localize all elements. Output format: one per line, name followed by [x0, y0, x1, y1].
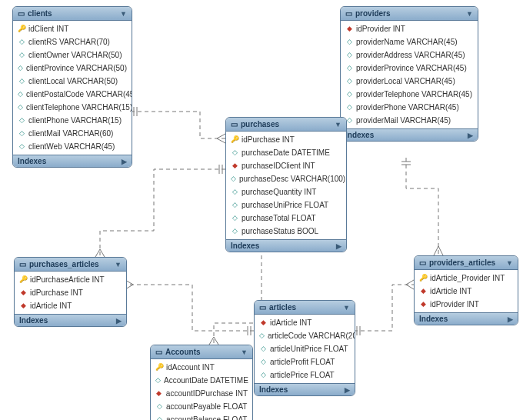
expand-icon[interactable]: ▶ — [345, 386, 350, 394]
entity-clients[interactable]: ▭clients ▼ 🔑idClient INT◇clientRS VARCHA… — [12, 6, 132, 168]
column-label: providerName VARCHAR(45) — [356, 37, 458, 47]
column-label: idPurchase INT — [242, 135, 295, 145]
entity-footer[interactable]: Indexes ▶ — [13, 155, 132, 167]
column-label: clientWeb VARCHAR(45) — [28, 142, 115, 152]
column-row: ◆idProvider INT — [341, 22, 478, 35]
column-row: ◇clientWeb VARCHAR(45) — [13, 140, 132, 153]
column-row: ◇providerName VARCHAR(45) — [341, 35, 478, 48]
column-label: providerAddress VARCHAR(45) — [356, 50, 465, 60]
collapse-icon[interactable]: ▼ — [115, 261, 122, 268]
column-row: 🔑idClient INT — [13, 22, 132, 35]
column-row: ◇purchaseQuantity INT — [226, 185, 346, 198]
column-label: articleCode VARCHAR(20) — [268, 331, 355, 341]
column-row: 🔑idArticle_Provider INT — [415, 272, 518, 285]
entity-purchases[interactable]: ▭purchases ▼ 🔑idPurchase INT◇purchaseDat… — [225, 117, 347, 252]
fk-diamond-icon: ◆ — [231, 161, 238, 171]
column-row: ◆idArticle INT — [255, 316, 355, 329]
column-row: ◇providerAddress VARCHAR(45) — [341, 48, 478, 62]
entity-columns: ◆idArticle INT◇articleCode VARCHAR(20)◇a… — [255, 315, 355, 383]
column-label: purchaseDate DATETIME — [242, 148, 330, 158]
column-diamond-icon: ◇ — [18, 89, 23, 99]
entity-footer[interactable]: Indexes ▶ — [341, 128, 478, 141]
column-row: ◇articleProfit FLOAT — [255, 355, 355, 368]
entity-providers-articles[interactable]: ▭providers_articles ▼ 🔑idArticle_Provide… — [414, 255, 518, 325]
column-row: ◇articlePrice FLOAT — [255, 368, 355, 382]
column-diamond-icon: ◇ — [18, 50, 25, 60]
expand-icon[interactable]: ▶ — [508, 315, 513, 323]
column-label: clientLocal VARCHAR(50) — [28, 76, 118, 86]
column-row: ◇clientRS VARCHAR(70) — [13, 35, 132, 48]
column-label: idArticle INT — [430, 286, 471, 296]
expand-icon[interactable]: ▶ — [468, 132, 473, 139]
column-label: idPurchaseArticle INT — [30, 275, 105, 285]
entity-title: providers_articles — [429, 258, 495, 267]
entity-footer[interactable]: Indexes ▶ — [255, 383, 355, 395]
column-label: purchaseDesc VARCHAR(100) — [239, 174, 345, 184]
entity-title: purchases_articles — [29, 260, 99, 268]
fk-diamond-icon: ◆ — [19, 288, 27, 298]
collapse-icon[interactable]: ▼ — [241, 348, 248, 356]
column-label: idAccount INT — [166, 362, 215, 372]
entity-articles[interactable]: ▭articles ▼ ◆idArticle INT◇articleCode V… — [254, 300, 355, 396]
collapse-icon[interactable]: ▼ — [343, 304, 350, 312]
key-icon: 🔑 — [231, 135, 238, 145]
entity-providers[interactable]: ▭providers ▼ ◆idProvider INT◇providerNam… — [340, 6, 478, 142]
collapse-icon[interactable]: ▼ — [466, 10, 473, 18]
column-row: ◇purchaseDate DATETIME — [226, 146, 346, 159]
column-diamond-icon: ◇ — [345, 37, 353, 47]
column-diamond-icon: ◇ — [231, 174, 236, 184]
expand-icon[interactable]: ▶ — [122, 158, 127, 165]
column-diamond-icon: ◇ — [18, 63, 23, 73]
column-diamond-icon: ◇ — [155, 415, 163, 420]
entity-accounts[interactable]: ▭Accounts ▼ 🔑idAccount INT◇AccountDate D… — [150, 345, 253, 420]
column-label: articlePrice FLOAT — [270, 370, 335, 380]
entity-title: purchases — [241, 120, 279, 128]
column-label: articleProfit FLOAT — [270, 357, 335, 367]
entity-title: Accounts — [165, 348, 201, 356]
column-diamond-icon: ◇ — [231, 187, 238, 197]
column-diamond-icon: ◇ — [345, 50, 353, 60]
entity-footer[interactable]: Indexes ▶ — [415, 312, 518, 325]
column-row: ◆accountIDPurchase INT — [151, 387, 252, 400]
column-label: accountBalance FLOAT — [166, 415, 247, 420]
indexes-label: Indexes — [419, 315, 448, 323]
collapse-icon[interactable]: ▼ — [120, 10, 127, 18]
column-row: ◇articleUnitPrice FLOAT — [255, 342, 355, 355]
fk-diamond-icon: ◆ — [419, 286, 427, 296]
column-row: ◆idArticle INT — [415, 285, 518, 298]
column-row: ◇purchaseTotal FLOAT — [226, 212, 346, 225]
column-label: providerProvince VARCHAR(45) — [356, 63, 467, 73]
column-label: providerMail VARCHAR(45) — [356, 115, 451, 125]
entity-footer[interactable]: Indexes ▶ — [226, 239, 346, 252]
column-row: ◇clientLocal VARCHAR(50) — [13, 75, 132, 88]
column-label: idClient INT — [28, 24, 68, 34]
fk-diamond-icon: ◆ — [259, 318, 267, 328]
column-diamond-icon: ◇ — [18, 142, 25, 152]
indexes-label: Indexes — [259, 385, 288, 394]
key-icon: 🔑 — [155, 362, 163, 372]
collapse-icon[interactable]: ▼ — [506, 259, 513, 267]
indexes-label: Indexes — [18, 157, 46, 165]
column-label: clientOwner VARCHAR(50) — [28, 50, 122, 60]
expand-icon[interactable]: ▶ — [116, 317, 122, 325]
column-label: purchaseQuantity INT — [242, 187, 316, 197]
column-row: ◇clientOwner VARCHAR(50) — [13, 48, 132, 62]
column-label: clientTelephone VARCHAR(15) — [26, 102, 132, 112]
fk-diamond-icon: ◆ — [19, 301, 27, 311]
entity-header: ▭providers ▼ — [341, 7, 478, 21]
column-label: providerPhone VARCHAR(45) — [356, 102, 459, 112]
column-label: AccountDate DATETIME — [164, 375, 248, 385]
entity-purchases-articles[interactable]: ▭purchases_articles ▼ 🔑idPurchaseArticle… — [14, 257, 127, 327]
key-icon: 🔑 — [18, 24, 25, 34]
column-diamond-icon: ◇ — [259, 357, 267, 367]
entity-header: ▭articles ▼ — [255, 301, 355, 315]
expand-icon[interactable]: ▶ — [336, 242, 341, 250]
collapse-icon[interactable]: ▼ — [335, 121, 341, 128]
column-row: ◇clientMail VARCHAR(60) — [13, 127, 132, 140]
entity-title: clients — [28, 9, 52, 18]
column-row: ◆idPurchase INT — [15, 286, 126, 299]
entity-footer[interactable]: Indexes ▶ — [15, 314, 126, 326]
column-row: ◇providerProvince VARCHAR(45) — [341, 62, 478, 75]
column-label: idArticle INT — [30, 301, 72, 311]
entity-header: ▭clients ▼ — [13, 7, 132, 21]
